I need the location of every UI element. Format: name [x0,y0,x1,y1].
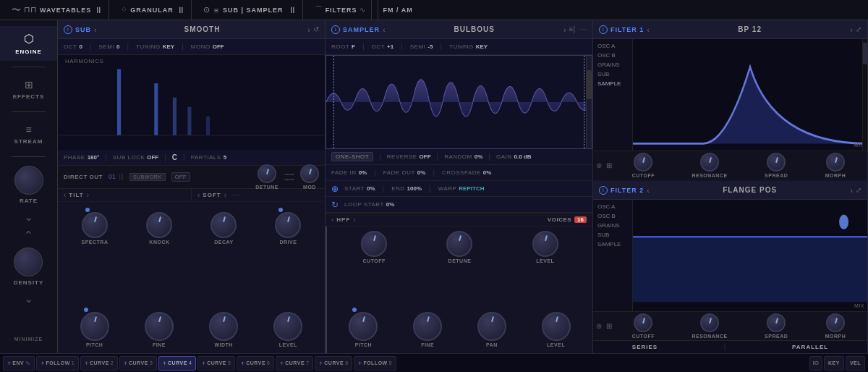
mod-slot-curve6[interactable]: + CURVE 6 [237,356,274,371]
sampler-pitch-knob[interactable] [349,312,378,341]
sub-sampler-pause[interactable]: ⏸ [288,5,297,15]
sampler-nav-right[interactable]: › [563,25,566,34]
tilt-arrow-right[interactable]: › [87,191,89,199]
filter2-cutoff-knob[interactable] [634,313,652,332]
sampler-view-icon[interactable]: ≡| [569,25,575,33]
sampler-info-icon[interactable]: i [331,25,340,34]
sub-nav-left[interactable]: ‹ [94,25,97,34]
arrow-down-2-icon[interactable]: ⌄ [24,292,33,305]
filter1-info-icon[interactable]: i [599,25,608,34]
sub-info-icon[interactable]: i [64,25,72,34]
hpf-arrow-left[interactable]: ‹ [331,216,333,224]
knobs-row-2: PITCH FINE WIDTH LEVEL [58,249,325,354]
tilt-arrow-left[interactable]: ‹ [64,191,66,199]
direct-out-row: DIRECT OUT 01 ||| SUBWORK OFF DETUNE •••… [58,166,325,189]
spectra-knob[interactable] [82,212,108,238]
mod-slot-vel[interactable]: VEL [846,356,865,371]
filter1-res-knob[interactable] [700,153,719,172]
curve7-label: CURVE [285,360,305,365]
sampler-detune-knob[interactable] [446,231,472,257]
filter1-nav-left[interactable]: ‹ [647,25,650,34]
detune-knob[interactable] [258,164,276,183]
filter2-zoom-icon[interactable]: ⤢ [856,186,861,194]
granular-pause[interactable]: ⏸ [176,5,185,15]
follow9-plus-icon: + [358,360,362,367]
filter1-morph-knob[interactable] [826,153,845,172]
arrow-up-icon[interactable]: ⌄ [24,228,33,242]
mod-slot-curve3[interactable]: + CURVE 3 [119,356,157,371]
sub-level-knob[interactable] [273,312,302,341]
filter2-nav-right[interactable]: › [850,186,853,195]
sidebar-item-engine[interactable]: ⬡ ENGINE [0,26,57,61]
mod-slot-curve5[interactable]: + CURVE 5 [197,356,235,371]
mod-slot-key[interactable]: KEY [824,356,844,371]
sub-width-knob[interactable] [209,312,238,341]
filter2-spread-knob[interactable] [767,313,786,332]
arrow-down-icon[interactable]: ⌄ [24,210,33,224]
density-knob[interactable] [14,248,43,276]
hpf-arrow-right[interactable]: › [353,216,355,224]
sampler-wave-svg [326,56,592,148]
filter1-nav-right[interactable]: › [850,25,853,34]
mod-slot-curve7[interactable]: + CURVE 7 [276,356,313,371]
mod-slot-curve4[interactable]: + CURVE 4 [158,356,196,371]
filter2-content: OSC A OSC B GRAINS SUB SAMPLE [593,200,867,311]
sub-pitch-knob[interactable] [80,312,109,341]
mod-slot-follow1[interactable]: + FOLLOW 1 [36,356,79,371]
sampler-scrollbar[interactable] [586,56,592,148]
soft-arrow-left[interactable]: ‹ [197,191,200,199]
filter2-res-knob[interactable] [700,313,719,332]
sidebar-item-stream[interactable]: ≡ STREAM [0,118,57,151]
tilt-soft-headers: ‹ TILT › ‹ SOFT › ⋯ [58,189,325,202]
follow1-label: FOLLOW [46,360,69,365]
filter1-spread-knob[interactable] [767,153,786,172]
wave-icon: 〜 [12,4,21,17]
filter2-info-icon[interactable]: i [599,186,608,195]
filter1-title: FILTER 1 [610,26,644,33]
sidebar-item-effects[interactable]: ⊞ EFFECTS [0,73,57,106]
mod-slot-env[interactable]: + ENV ∿ [3,356,35,371]
rate-knob[interactable] [14,166,43,195]
sampler-pan-knob[interactable] [477,312,506,341]
fm-am-label: FM / AM [383,7,412,14]
io-label: IO [813,360,819,366]
sub-fine-knob[interactable] [145,312,174,341]
sampler-fine-knob[interactable] [413,312,442,341]
sampler-width-knob[interactable] [532,231,558,257]
filter1-scrollbar[interactable] [862,39,867,151]
sampler-cutoff-knob[interactable] [361,231,387,257]
mod-slot-curve8[interactable]: + CURVE 8 [315,356,352,371]
filter1-link-icon[interactable]: ⊕ [596,161,602,169]
num-01: 01 [109,173,116,180]
filter2-link-icon[interactable]: ⊕ [596,322,602,330]
filter1-osc-a: OSC A [597,42,628,50]
filter2-morph-knob[interactable] [826,313,845,332]
filter2-nav-left[interactable]: ‹ [647,186,650,195]
mod-slot-follow9[interactable]: + FOLLOW 9 [354,356,396,371]
soft-arrow-right[interactable]: › [224,191,226,199]
mod-knob[interactable] [300,164,319,183]
filter1-cutoff-knob[interactable] [634,153,652,172]
svg-rect-3 [187,107,191,135]
sampler-title: SAMPLER [343,26,380,33]
minimize-label[interactable]: MINIMIZE [9,331,49,347]
sampler-nav-left[interactable]: ‹ [383,25,386,34]
wavetables-pause[interactable]: ⏸ [94,5,103,15]
sampler-level-knob[interactable] [542,312,571,341]
decay-knob[interactable] [210,212,237,238]
direct-out-off-btn[interactable]: OFF [171,172,190,182]
filter1-zoom-icon[interactable]: ⤢ [856,25,861,33]
mod-slot-curve2[interactable]: + CURVE 2 [80,356,118,371]
parallel-label: PARALLEL [792,344,828,350]
sampler-reset-icon[interactable]: ⋯ [579,25,587,33]
curve8-num: 8 [345,360,348,365]
mod-slot-io[interactable]: IO [809,356,822,371]
sampler-oneshot-row: ONE-SHOT | REVERSE OFF | RANDOM 0% | GAI… [326,149,592,165]
sub-nav-right[interactable]: › [307,25,310,34]
one-shot-btn[interactable]: ONE-SHOT [331,152,373,161]
engine-icon: ⬡ [24,32,34,46]
drive-knob[interactable] [275,212,301,238]
knock-knob[interactable] [146,212,172,238]
sub-reset-icon[interactable]: ↺ [313,25,319,33]
series-parallel-row: SERIES | PARALLEL [593,340,867,353]
